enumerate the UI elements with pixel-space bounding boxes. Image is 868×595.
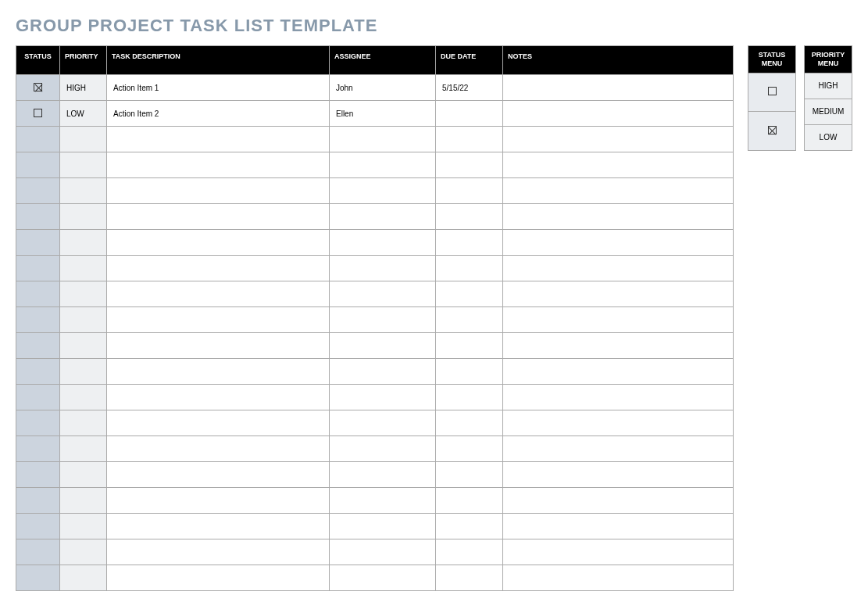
cell-description[interactable]	[107, 514, 330, 539]
cell-notes[interactable]	[503, 307, 734, 333]
cell-notes[interactable]	[503, 127, 734, 152]
cell-due-date[interactable]: 5/15/22	[436, 75, 503, 101]
cell-priority[interactable]	[60, 307, 107, 333]
cell-status[interactable]	[16, 75, 60, 101]
cell-assignee[interactable]	[330, 204, 436, 230]
cell-assignee[interactable]	[330, 256, 436, 281]
cell-notes[interactable]	[503, 359, 734, 385]
cell-status[interactable]	[16, 281, 60, 307]
cell-notes[interactable]	[503, 565, 734, 591]
cell-priority[interactable]	[60, 256, 107, 281]
cell-status[interactable]	[16, 230, 60, 256]
cell-due-date[interactable]	[436, 462, 503, 488]
cell-priority[interactable]	[60, 178, 107, 204]
cell-due-date[interactable]	[436, 178, 503, 204]
cell-priority[interactable]	[60, 462, 107, 488]
cell-notes[interactable]	[503, 385, 734, 410]
cell-description[interactable]	[107, 152, 330, 178]
cell-notes[interactable]	[503, 333, 734, 359]
cell-due-date[interactable]	[436, 101, 503, 127]
cell-status[interactable]	[16, 385, 60, 410]
cell-due-date[interactable]	[436, 281, 503, 307]
cell-priority[interactable]	[60, 127, 107, 152]
cell-notes[interactable]	[503, 281, 734, 307]
cell-description[interactable]	[107, 410, 330, 436]
cell-description[interactable]	[107, 436, 330, 462]
cell-notes[interactable]	[503, 152, 734, 178]
cell-due-date[interactable]	[436, 204, 503, 230]
cell-assignee[interactable]	[330, 462, 436, 488]
cell-notes[interactable]	[503, 410, 734, 436]
cell-assignee[interactable]	[330, 565, 436, 591]
cell-status[interactable]	[16, 152, 60, 178]
cell-assignee[interactable]	[330, 488, 436, 514]
cell-priority[interactable]	[60, 539, 107, 565]
cell-priority[interactable]	[60, 333, 107, 359]
cell-notes[interactable]	[503, 204, 734, 230]
cell-due-date[interactable]	[436, 127, 503, 152]
cell-notes[interactable]	[503, 488, 734, 514]
cell-status[interactable]	[16, 359, 60, 385]
cell-priority[interactable]	[60, 410, 107, 436]
cell-description[interactable]	[107, 385, 330, 410]
cell-description[interactable]	[107, 256, 330, 281]
cell-description[interactable]	[107, 281, 330, 307]
cell-due-date[interactable]	[436, 333, 503, 359]
cell-description[interactable]: Action Item 1	[107, 75, 330, 101]
cell-assignee[interactable]	[330, 333, 436, 359]
cell-due-date[interactable]	[436, 152, 503, 178]
cell-notes[interactable]	[503, 462, 734, 488]
cell-status[interactable]	[16, 204, 60, 230]
cell-notes[interactable]	[503, 75, 734, 101]
cell-due-date[interactable]	[436, 436, 503, 462]
cell-status[interactable]	[16, 256, 60, 281]
cell-assignee[interactable]	[330, 230, 436, 256]
cell-status[interactable]	[16, 410, 60, 436]
cell-status[interactable]	[16, 307, 60, 333]
cell-notes[interactable]	[503, 230, 734, 256]
cell-description[interactable]	[107, 359, 330, 385]
cell-notes[interactable]	[503, 256, 734, 281]
checkbox-checked-icon[interactable]	[34, 83, 42, 91]
cell-assignee[interactable]	[330, 178, 436, 204]
cell-due-date[interactable]	[436, 385, 503, 410]
cell-status[interactable]	[16, 462, 60, 488]
cell-status[interactable]	[16, 127, 60, 152]
cell-status[interactable]	[16, 565, 60, 591]
cell-assignee[interactable]: John	[330, 75, 436, 101]
cell-priority[interactable]	[60, 152, 107, 178]
cell-assignee[interactable]	[330, 281, 436, 307]
cell-description[interactable]	[107, 462, 330, 488]
cell-due-date[interactable]	[436, 514, 503, 539]
cell-priority[interactable]	[60, 488, 107, 514]
cell-assignee[interactable]	[330, 127, 436, 152]
cell-due-date[interactable]	[436, 539, 503, 565]
cell-priority[interactable]: HIGH	[60, 75, 107, 101]
cell-assignee[interactable]: Ellen	[330, 101, 436, 127]
cell-notes[interactable]	[503, 539, 734, 565]
cell-priority[interactable]	[60, 385, 107, 410]
cell-assignee[interactable]	[330, 152, 436, 178]
cell-assignee[interactable]	[330, 539, 436, 565]
cell-description[interactable]	[107, 565, 330, 591]
cell-due-date[interactable]	[436, 359, 503, 385]
cell-assignee[interactable]	[330, 359, 436, 385]
cell-assignee[interactable]	[330, 436, 436, 462]
cell-priority[interactable]	[60, 281, 107, 307]
cell-notes[interactable]	[503, 514, 734, 539]
cell-assignee[interactable]	[330, 514, 436, 539]
cell-description[interactable]	[107, 230, 330, 256]
cell-priority[interactable]: LOW	[60, 101, 107, 127]
cell-status[interactable]	[16, 539, 60, 565]
cell-due-date[interactable]	[436, 256, 503, 281]
cell-description[interactable]	[107, 204, 330, 230]
cell-description[interactable]	[107, 333, 330, 359]
cell-assignee[interactable]	[330, 307, 436, 333]
cell-priority[interactable]	[60, 436, 107, 462]
cell-status[interactable]	[16, 333, 60, 359]
cell-due-date[interactable]	[436, 488, 503, 514]
cell-description[interactable]	[107, 539, 330, 565]
cell-status[interactable]	[16, 514, 60, 539]
cell-due-date[interactable]	[436, 307, 503, 333]
cell-due-date[interactable]	[436, 565, 503, 591]
